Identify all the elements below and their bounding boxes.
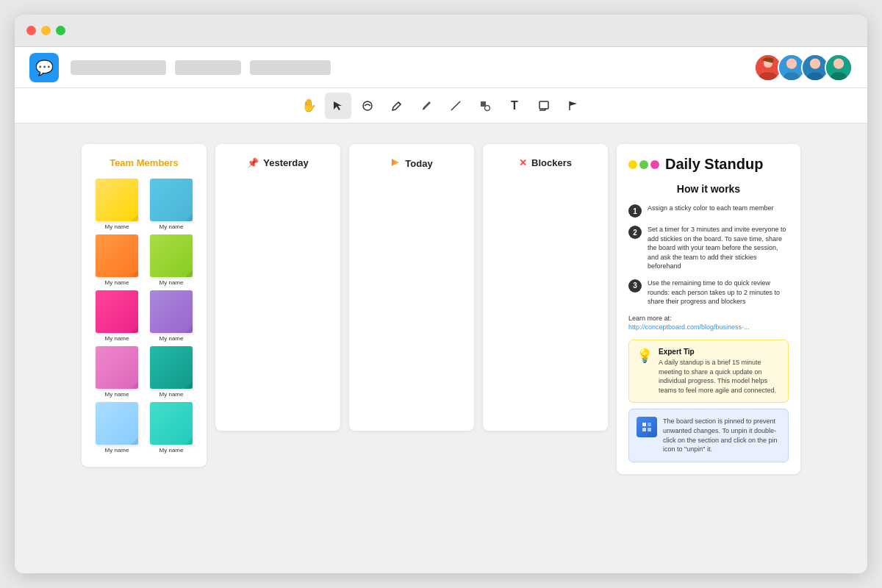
minimize-button[interactable] — [41, 26, 51, 35]
titlebar — [15, 15, 867, 47]
shape-tool[interactable] — [472, 93, 498, 119]
sticky-green[interactable] — [150, 234, 193, 277]
list-item: My name — [146, 402, 196, 453]
svg-rect-11 — [481, 101, 486, 107]
pin-diamond-icon — [637, 417, 657, 437]
canvas-area[interactable]: Team Members My name My name My name — [15, 123, 867, 573]
how-it-works-title: How it works — [628, 183, 789, 195]
expert-tip-label: Expert Tip — [659, 348, 781, 356]
app-window: 💬 ✋ — [15, 15, 867, 573]
blockers-section: ✕ Blockers — [483, 144, 608, 431]
sticky-label: My name — [105, 335, 129, 342]
team-members-section: Team Members My name My name My name — [82, 144, 207, 467]
step-2: 2 Set a timer for 3 minutes and invite e… — [628, 225, 789, 271]
sticky-blue[interactable] — [150, 179, 193, 221]
svg-point-8 — [833, 58, 844, 68]
eraser-tool[interactable] — [354, 93, 381, 119]
sticky-tool[interactable] — [531, 93, 557, 119]
sticky-label: My name — [159, 279, 184, 286]
pin-info-box: The board section is pinned to prevent u… — [628, 409, 789, 462]
sticky-label: My name — [105, 223, 129, 230]
today-icon — [390, 157, 401, 170]
list-item: My name — [146, 234, 196, 286]
expert-tip-content: Expert Tip A daily standup is a brief 15… — [659, 348, 781, 395]
expert-tip-text: A daily standup is a brief 15 minute mee… — [659, 358, 781, 395]
sticky-purple[interactable] — [150, 290, 193, 333]
standup-title: Daily Standup — [665, 156, 763, 173]
select-tool[interactable] — [325, 93, 351, 119]
bulb-icon: 💡 — [637, 348, 653, 395]
svg-point-6 — [810, 58, 820, 68]
learn-more: Learn more at: http://conceptboard.com/b… — [628, 314, 789, 332]
sticky-label: My name — [105, 447, 129, 453]
step-3-num: 3 — [628, 279, 642, 293]
list-item: My name — [146, 179, 196, 230]
traffic-lights — [26, 26, 65, 35]
sticky-label: My name — [159, 447, 184, 453]
step-1-text: Assign a sticky color to each team membe… — [648, 204, 774, 213]
sticky-cyan[interactable] — [150, 402, 193, 445]
list-item: My name — [92, 179, 142, 230]
list-item: My name — [92, 234, 142, 286]
close-button[interactable] — [26, 26, 36, 35]
sticky-label: My name — [159, 335, 184, 342]
svg-rect-19 — [642, 423, 646, 426]
list-item: My name — [92, 290, 142, 342]
svg-rect-21 — [648, 423, 651, 426]
info-section: Daily Standup How it works 1 Assign a st… — [617, 144, 800, 474]
step-2-num: 2 — [628, 226, 642, 239]
learn-more-link[interactable]: http://conceptboard.com/blog/business-..… — [628, 323, 750, 331]
avatar-4[interactable] — [825, 54, 853, 82]
dot-yellow — [628, 160, 637, 169]
tab-2[interactable] — [175, 60, 241, 75]
toolbar: ✋ T — [15, 88, 867, 123]
yesterday-label: Yesterday — [263, 157, 308, 168]
header-tabs — [71, 60, 759, 75]
today-title: Today — [359, 157, 464, 170]
list-item: My name — [146, 290, 196, 342]
sticky-label: My name — [159, 391, 184, 398]
line-tool[interactable] — [442, 93, 469, 119]
sticky-lavender[interactable] — [96, 346, 138, 389]
pin-info-text: The board section is pinned to prevent u… — [663, 417, 781, 453]
tab-1[interactable] — [71, 60, 166, 75]
step-2-text: Set a timer for 3 minutes and invite eve… — [648, 225, 789, 271]
team-members-title: Team Members — [92, 157, 196, 168]
yesterday-section: 📌 Yesterday — [215, 144, 340, 431]
dot-pink — [650, 160, 659, 169]
text-tool[interactable]: T — [501, 93, 528, 119]
stickies-grid: My name My name My name My name — [92, 179, 196, 453]
header-avatars — [759, 54, 853, 82]
svg-line-10 — [451, 101, 460, 110]
step-1: 1 Assign a sticky color to each team mem… — [628, 204, 789, 218]
today-label: Today — [405, 158, 432, 169]
blockers-icon: ✕ — [519, 157, 527, 168]
sticky-pink[interactable] — [96, 290, 138, 333]
sticky-orange[interactable] — [96, 234, 138, 277]
sticky-label: My name — [105, 391, 129, 398]
pencil-tool[interactable] — [384, 93, 410, 119]
marker-tool[interactable] — [413, 93, 440, 119]
sticky-label: My name — [105, 279, 129, 286]
list-item: My name — [146, 346, 196, 398]
maximize-button[interactable] — [56, 26, 65, 35]
app-logo[interactable]: 💬 — [29, 53, 59, 82]
dot-green — [639, 160, 648, 169]
svg-point-12 — [485, 105, 490, 110]
sticky-sky[interactable] — [96, 402, 138, 445]
svg-rect-22 — [642, 428, 646, 431]
list-item: My name — [92, 346, 142, 398]
sticky-teal[interactable] — [150, 346, 193, 389]
svg-rect-20 — [648, 428, 651, 431]
blockers-title: ✕ Blockers — [493, 157, 598, 168]
tab-3[interactable] — [250, 60, 331, 75]
list-item: My name — [92, 402, 142, 453]
hand-tool[interactable]: ✋ — [295, 93, 322, 119]
flag-tool[interactable] — [560, 93, 587, 119]
expert-tip-box: 💡 Expert Tip A daily standup is a brief … — [628, 340, 789, 403]
sticky-yellow[interactable] — [96, 179, 138, 221]
pin-icon: 📌 — [247, 157, 259, 168]
yesterday-title: 📌 Yesterday — [226, 157, 330, 168]
step-3: 3 Use the remaining time to do quick rev… — [628, 279, 789, 306]
logo-icon: 💬 — [35, 59, 54, 76]
